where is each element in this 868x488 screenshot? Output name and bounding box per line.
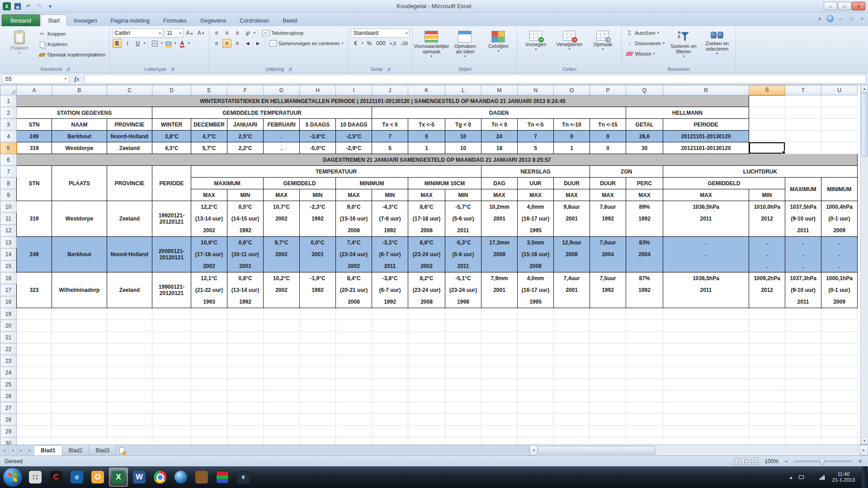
cell-U8[interactable]: MINIMUM xyxy=(821,178,858,201)
cell-A13[interactable]: 249 xyxy=(17,237,52,272)
cell-J2[interactable]: DAGEN xyxy=(372,107,626,119)
cell-R5[interactable]: 20121101-20130120 xyxy=(663,142,749,154)
taskbar-app-chrome[interactable] xyxy=(151,468,170,487)
font-dialog-launcher[interactable] xyxy=(170,67,174,71)
cell-L28[interactable] xyxy=(445,414,481,426)
workbook-close-icon[interactable]: × xyxy=(858,15,866,22)
comma-format-button[interactable]: 000 xyxy=(375,39,387,48)
cell-E5[interactable]: 5,7°C xyxy=(191,142,227,154)
cell-D4[interactable]: 3,8°C xyxy=(152,131,191,142)
cell-T22[interactable] xyxy=(785,343,821,355)
cell-S20[interactable] xyxy=(749,320,785,332)
cell-P25[interactable] xyxy=(590,379,626,390)
number-dialog-launcher[interactable] xyxy=(386,67,390,71)
zoom-slider-thumb[interactable] xyxy=(820,458,824,465)
cell-T8[interactable]: MAXIMUM xyxy=(785,178,821,201)
cell-J26[interactable] xyxy=(372,390,408,402)
align-middle-button[interactable]: ≡ xyxy=(222,28,231,38)
cell-N3[interactable]: Tn <-5 xyxy=(518,119,554,131)
name-box[interactable]: S5 ▾ xyxy=(2,75,70,84)
cell-F19[interactable] xyxy=(227,308,264,320)
cell-N22[interactable] xyxy=(518,343,554,355)
row-header-25[interactable]: 25 xyxy=(0,379,17,390)
cell-B23[interactable] xyxy=(52,355,107,367)
cell-A5[interactable]: 319 xyxy=(17,142,52,154)
cell-H27[interactable] xyxy=(300,402,336,414)
cell-G3[interactable]: FEBRUARI xyxy=(264,119,300,131)
cell-N4[interactable]: 7 xyxy=(518,131,554,142)
align-center-button[interactable]: ≡ xyxy=(222,39,231,48)
cell-T16[interactable]: 1037,3hPa(9-10 uur)2011 xyxy=(785,272,821,308)
column-header-L[interactable]: L xyxy=(445,85,481,95)
cell-N28[interactable] xyxy=(518,414,554,426)
cell-A21[interactable] xyxy=(17,332,52,343)
cell-I3[interactable]: 10 DAAGS xyxy=(336,119,372,131)
cell-E23[interactable] xyxy=(191,355,227,367)
cell-J27[interactable] xyxy=(372,402,408,414)
cell-P3[interactable]: Tn <-15 xyxy=(590,119,626,131)
row-header-16[interactable]: 16 xyxy=(0,272,17,284)
row-header-24[interactable]: 24 xyxy=(0,367,17,379)
cell-E25[interactable] xyxy=(191,379,227,390)
cell-O29[interactable] xyxy=(554,426,590,437)
row-header-8[interactable]: 8 xyxy=(0,178,17,189)
cell-L10[interactable]: -5,7°C(5-6 uur)2011 xyxy=(445,201,481,237)
cell-U13[interactable]: ... xyxy=(821,237,858,272)
currency-dropdown-icon[interactable]: ▾ xyxy=(361,42,363,45)
workbook-minimize-icon[interactable]: – xyxy=(836,15,844,22)
cell-O4[interactable]: 0 xyxy=(554,131,590,142)
cell-D13[interactable]: 20000121-20120121 xyxy=(152,237,191,272)
cell-M8[interactable]: DAG xyxy=(481,178,518,189)
cell-M20[interactable] xyxy=(481,320,518,332)
cell-styles-button[interactable]: Celstijlen ▾ xyxy=(482,28,514,54)
cell-N8[interactable]: UUR xyxy=(518,178,554,189)
cell-E22[interactable] xyxy=(191,343,227,355)
cell-H21[interactable] xyxy=(300,332,336,343)
cell-G24[interactable] xyxy=(264,367,300,379)
cell-L25[interactable] xyxy=(445,379,481,390)
cell-A10[interactable]: 319 xyxy=(17,201,52,237)
cell-B7[interactable]: PLAATS xyxy=(52,166,107,201)
cell-P20[interactable] xyxy=(590,320,626,332)
tray-hidden-icons-arrow[interactable]: ▴ xyxy=(788,474,794,480)
cell-I25[interactable] xyxy=(336,379,372,390)
cell-C26[interactable] xyxy=(107,390,152,402)
cell-T26[interactable] xyxy=(785,390,821,402)
cell-F27[interactable] xyxy=(227,402,264,414)
cell-M22[interactable] xyxy=(481,343,518,355)
ribbon-tab-gegevens[interactable]: Gegevens xyxy=(193,15,233,26)
cell-P27[interactable] xyxy=(590,402,626,414)
cell-T10[interactable]: 1037,5hPa(9-10 uur)2011 xyxy=(785,201,821,237)
cell-F10[interactable]: 0,5°C(14-15 uur)1992 xyxy=(227,201,264,237)
cell-M30[interactable] xyxy=(481,437,518,445)
cell-Q9[interactable]: MAX xyxy=(626,189,663,201)
undo-icon[interactable]: ↶ xyxy=(24,2,33,10)
cell-P8[interactable]: DUUR xyxy=(590,178,626,189)
cell-M21[interactable] xyxy=(481,332,518,343)
cell-I29[interactable] xyxy=(336,426,372,437)
cell-U29[interactable] xyxy=(821,426,858,437)
sheet-tab-blad3[interactable]: Blad3 xyxy=(89,445,116,455)
taskbar-app-teletekst[interactable] xyxy=(213,468,232,487)
taskbar-app-c-media-app[interactable]: C xyxy=(47,468,66,487)
cell-L16[interactable]: -5,1°C(23-24 uur)1998 xyxy=(445,272,481,308)
cell-S21[interactable] xyxy=(749,332,785,343)
cell-H20[interactable] xyxy=(300,320,336,332)
cell-F16[interactable]: 0,8°C(13-14 uur)1992 xyxy=(227,272,264,308)
cell-R10[interactable]: 1036,5hPa2011 xyxy=(663,201,749,237)
cell-L21[interactable] xyxy=(445,332,481,343)
cell-U2[interactable] xyxy=(821,107,858,119)
cell-Q24[interactable] xyxy=(626,367,663,379)
cell-G10[interactable]: 10,7°C2002 xyxy=(264,201,300,237)
cell-G27[interactable] xyxy=(264,402,300,414)
row-header-6[interactable]: 6 xyxy=(0,154,17,166)
scroll-up-arrow[interactable]: ▲ xyxy=(861,85,868,93)
cell-B5[interactable]: Westdorpe xyxy=(52,142,107,154)
cell-E8[interactable]: MAXIMUM xyxy=(191,178,264,189)
cell-B19[interactable] xyxy=(52,308,107,320)
cell-D3[interactable]: WINTER xyxy=(152,119,191,131)
cell-G30[interactable] xyxy=(264,437,300,445)
row-header-18[interactable]: 18 xyxy=(0,296,17,308)
cell-U24[interactable] xyxy=(821,367,858,379)
cell-Q22[interactable] xyxy=(626,343,663,355)
